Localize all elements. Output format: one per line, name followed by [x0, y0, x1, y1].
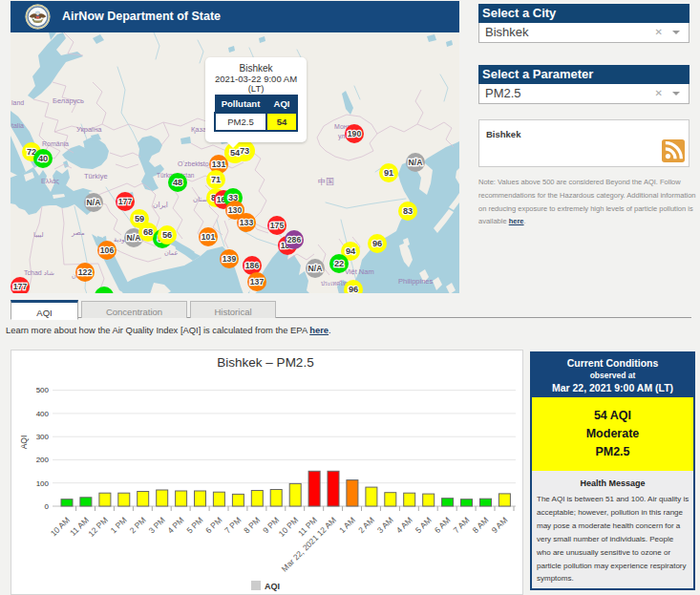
svg-text:0: 0	[45, 502, 50, 511]
svg-text:2 PM: 2 PM	[128, 515, 148, 535]
svg-text:122: 122	[78, 267, 93, 277]
svg-text:175: 175	[270, 221, 285, 230]
svg-text:Philippines: Philippines	[398, 277, 434, 286]
svg-text:land: land	[11, 99, 24, 106]
svg-text:286: 286	[287, 235, 302, 244]
svg-text:22: 22	[334, 259, 344, 268]
svg-text:AQI: AQI	[19, 436, 29, 450]
svg-text:ليبيا: ليبيا	[33, 231, 44, 238]
svg-text:N/A: N/A	[308, 264, 323, 273]
svg-text:68: 68	[143, 227, 153, 237]
svg-text:186: 186	[245, 261, 260, 270]
svg-text:100: 100	[36, 479, 50, 488]
svg-text:9 AM: 9 AM	[490, 515, 510, 535]
svg-text:N/A: N/A	[87, 198, 101, 207]
svg-text:AQI: AQI	[265, 582, 280, 591]
svg-text:200: 200	[36, 456, 50, 464]
svg-text:177: 177	[118, 197, 133, 206]
svg-text:Україна: Україна	[76, 125, 102, 134]
svg-text:190: 190	[348, 129, 362, 138]
svg-text:101: 101	[202, 232, 216, 242]
svg-text:7 AM: 7 AM	[452, 515, 472, 535]
svg-text:Türkiye: Türkiye	[84, 172, 108, 181]
svg-text:Bishkek – PM2.5: Bishkek – PM2.5	[217, 355, 313, 370]
svg-text:300: 300	[36, 433, 50, 441]
svg-text:中国: 中国	[318, 177, 334, 186]
svg-text:137: 137	[250, 277, 265, 287]
svg-text:7 PM: 7 PM	[223, 515, 243, 535]
svg-text:500: 500	[36, 386, 50, 394]
svg-text:96: 96	[349, 285, 358, 293]
svg-text:133: 133	[240, 218, 254, 227]
svg-text:1 AM: 1 AM	[337, 515, 357, 535]
svg-text:5 PM: 5 PM	[184, 515, 204, 535]
svg-text:12 PM: 12 PM	[86, 515, 109, 538]
svg-text:6 AM: 6 AM	[433, 515, 453, 535]
svg-text:عمان: عمان	[164, 249, 179, 256]
svg-text:Oʻzbekisto: Oʻzbekisto	[178, 160, 209, 167]
svg-text:139: 139	[223, 254, 237, 264]
svg-text:مصر: مصر	[71, 229, 85, 237]
svg-text:3 PM: 3 PM	[147, 515, 167, 535]
svg-text:83: 83	[403, 206, 413, 216]
svg-text:400: 400	[36, 410, 50, 418]
svg-text:8 PM: 8 PM	[242, 515, 262, 535]
svg-text:1 PM: 1 PM	[109, 515, 129, 535]
svg-text:40: 40	[38, 154, 48, 163]
svg-text:Беларусь: Беларусь	[53, 96, 84, 105]
svg-text:talia: talia	[11, 122, 24, 129]
svg-text:Việt Nam: Việt Nam	[345, 267, 374, 276]
svg-text:3 AM: 3 AM	[375, 515, 395, 535]
svg-text:96: 96	[372, 239, 382, 248]
svg-text:N/A: N/A	[409, 158, 423, 167]
svg-text:5 AM: 5 AM	[414, 515, 434, 535]
svg-text:59: 59	[135, 214, 144, 223]
svg-text:106: 106	[100, 245, 115, 255]
svg-text:4 PM: 4 PM	[165, 515, 185, 535]
svg-text:131: 131	[212, 159, 226, 169]
svg-text:8 AM: 8 AM	[471, 515, 491, 535]
svg-text:91: 91	[384, 168, 393, 178]
svg-text:71: 71	[211, 175, 221, 184]
svg-text:54: 54	[230, 148, 241, 158]
svg-text:10 PM: 10 PM	[277, 515, 300, 538]
svg-text:2 AM: 2 AM	[356, 515, 376, 535]
svg-text:N/A: N/A	[127, 233, 141, 243]
svg-text:94: 94	[346, 246, 356, 256]
svg-text:ايران: ايران	[153, 201, 168, 209]
svg-text:Ελλάς: Ελλάς	[41, 178, 60, 185]
svg-text:73: 73	[240, 146, 249, 156]
svg-text:România: România	[42, 140, 69, 147]
svg-text:48: 48	[173, 178, 182, 187]
svg-text:6 PM: 6 PM	[203, 515, 223, 535]
svg-text:Tchad شاد: Tchad شاد	[24, 269, 54, 276]
svg-text:10 AM: 10 AM	[49, 515, 72, 538]
svg-text:11 AM: 11 AM	[68, 515, 91, 538]
svg-text:177: 177	[13, 282, 28, 291]
svg-text:56: 56	[162, 230, 172, 240]
svg-text:ستان: ستان	[193, 196, 207, 202]
svg-text:4 AM: 4 AM	[394, 515, 414, 535]
svg-text:130: 130	[228, 205, 243, 215]
